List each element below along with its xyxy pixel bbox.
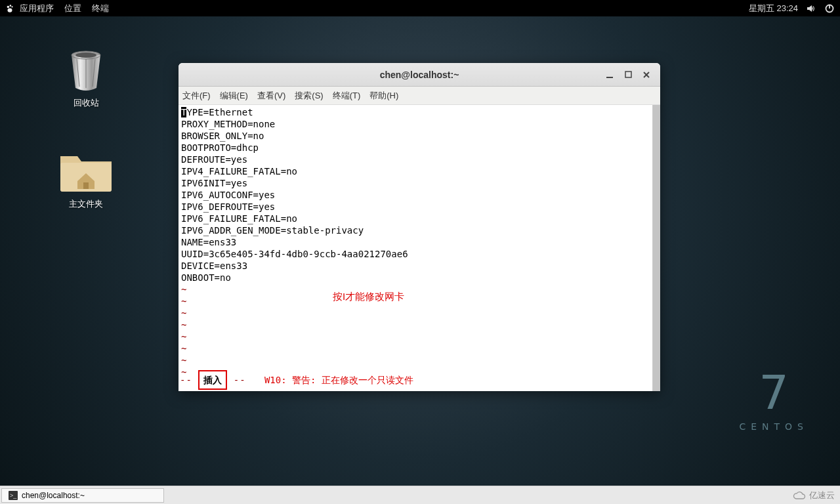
vim-tilde: ~ <box>181 354 658 366</box>
folder-home-icon <box>58 147 114 194</box>
config-line: DEVICE=ens33 <box>181 260 658 272</box>
power-icon[interactable] <box>824 3 835 14</box>
applications-menu[interactable]: 应用程序 <box>5 3 54 14</box>
config-line: UUID=3c65e405-34fd-4db0-9ccb-4aa021270ae… <box>181 248 658 260</box>
menu-help[interactable]: 帮助(H) <box>369 90 398 102</box>
config-line: BROWSER_ONLY=no <box>181 130 658 142</box>
vim-tilde: ~ <box>181 343 658 354</box>
trash-desktop-icon[interactable]: 回收站 <box>56 50 116 109</box>
watermark: 亿速云 <box>792 490 835 501</box>
window-titlebar[interactable]: chen@localhost:~ <box>178 63 660 87</box>
volume-icon[interactable] <box>806 3 816 14</box>
terminal-icon: >_ <box>9 491 18 500</box>
close-button[interactable] <box>642 70 651 79</box>
home-folder-label: 主文件夹 <box>56 198 116 210</box>
menu-terminal[interactable]: 终端(T) <box>333 90 361 102</box>
vim-tilde: ~ <box>181 307 658 319</box>
svg-point-3 <box>8 9 12 12</box>
gnome-foot-icon <box>5 4 14 13</box>
menu-edit[interactable]: 编辑(E) <box>220 90 248 102</box>
config-line: DEFROUTE=yes <box>181 154 658 165</box>
vim-status-line: -- 插入 -- W10: 警告: 正在修改一个只读文件 <box>180 370 651 390</box>
svg-point-11 <box>75 52 96 58</box>
config-line: IPV6_AUTOCONF=yes <box>181 189 658 201</box>
places-menu[interactable]: 位置 <box>64 3 81 14</box>
config-line: NAME=ens33 <box>181 236 658 248</box>
bottom-taskbar: >_ chen@localhost:~ <box>0 486 840 504</box>
trash-icon <box>66 50 106 93</box>
svg-point-2 <box>11 6 12 7</box>
config-line: IPV6_DEFROUTE=yes <box>181 201 658 213</box>
menu-file[interactable]: 文件(F) <box>182 90 211 102</box>
config-line: BOOTPROTO=dhcp <box>181 142 658 154</box>
svg-rect-15 <box>625 72 631 77</box>
terminal-window: chen@localhost:~ 文件(F) 编辑(E) 查看(V) 搜索(S)… <box>178 63 660 391</box>
annotation-text: 按I才能修改网卡 <box>333 291 404 303</box>
vim-tilde: ~ <box>181 331 658 343</box>
menu-search[interactable]: 搜索(S) <box>295 90 323 102</box>
taskbar-item-label: chen@localhost:~ <box>22 491 85 500</box>
taskbar-item-terminal[interactable]: >_ chen@localhost:~ <box>1 488 164 503</box>
applications-label: 应用程序 <box>20 3 54 13</box>
clock[interactable]: 星期五 23:24 <box>749 3 798 14</box>
config-line: TYPE=Ethernet <box>181 106 658 118</box>
config-line: PROXY_METHOD=none <box>181 118 658 130</box>
maximize-button[interactable] <box>623 70 633 79</box>
centos-wallpaper-logo: 7 CENTOS <box>739 369 808 432</box>
svg-point-0 <box>7 6 10 9</box>
cloud-icon <box>792 491 807 500</box>
centos-version: 7 <box>739 369 808 416</box>
config-line: IPV4_FAILURE_FATAL=no <box>181 165 658 177</box>
insert-mode-indicator: 插入 <box>198 370 227 390</box>
config-line: IPV6_ADDR_GEN_MODE=stable-privacy <box>181 224 658 236</box>
menu-view[interactable]: 查看(V) <box>257 90 285 102</box>
svg-rect-13 <box>83 182 89 189</box>
window-title: chen@localhost:~ <box>380 70 459 80</box>
svg-text:>_: >_ <box>10 492 17 499</box>
config-line: ONBOOT=no <box>181 272 658 284</box>
terminal-menubar: 文件(F) 编辑(E) 查看(V) 搜索(S) 终端(T) 帮助(H) <box>178 87 660 105</box>
centos-name: CENTOS <box>739 421 808 432</box>
terminal-menu[interactable]: 终端 <box>92 3 109 14</box>
home-folder-desktop-icon[interactable]: 主文件夹 <box>56 147 116 210</box>
top-panel: 应用程序 位置 终端 星期五 23:24 <box>0 0 840 16</box>
vim-tilde: ~ <box>181 284 658 295</box>
svg-point-1 <box>10 5 12 7</box>
config-line: IPV6INIT=yes <box>181 177 658 189</box>
vim-tilde: ~ <box>181 295 658 307</box>
vim-warning-msg: W10: 警告: 正在修改一个只读文件 <box>264 375 413 385</box>
trash-label: 回收站 <box>56 97 116 109</box>
minimize-button[interactable] <box>605 70 614 79</box>
terminal-scrollbar[interactable] <box>652 105 660 391</box>
terminal-body[interactable]: TYPE=Ethernet PROXY_METHOD=none BROWSER_… <box>178 105 660 391</box>
config-line: IPV6_FAILURE_FATAL=no <box>181 213 658 224</box>
vim-tilde: ~ <box>181 319 658 331</box>
